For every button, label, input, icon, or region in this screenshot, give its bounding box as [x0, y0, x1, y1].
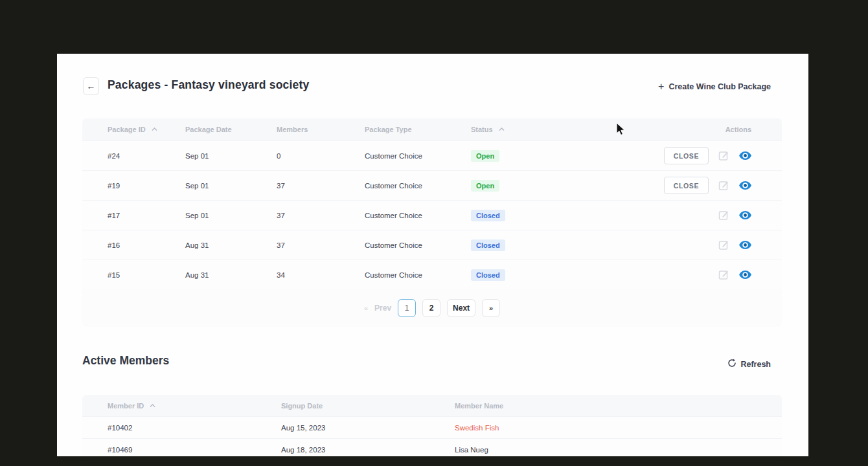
member-name: Swedish Fish — [455, 424, 782, 432]
pagination-last[interactable]: » — [482, 299, 500, 317]
packages-table-header: Package ID Package Date Members Package … — [82, 118, 782, 140]
close-package-button[interactable]: CLOSE — [664, 147, 709, 164]
member-row: #10469 Aug 18, 2023 Lisa Nueg — [82, 438, 782, 456]
member-id: #10469 — [82, 446, 281, 454]
package-row: #17 Sep 01 37 Customer Choice Closed — [82, 200, 782, 230]
create-button-label: Create Wine Club Package — [668, 82, 771, 91]
edit-square-icon[interactable] — [718, 210, 729, 221]
eye-icon[interactable] — [739, 211, 751, 219]
close-package-button[interactable]: CLOSE — [664, 177, 709, 194]
member-signup-date: Aug 18, 2023 — [281, 446, 455, 454]
refresh-label: Refresh — [740, 360, 771, 369]
package-date: Sep 01 — [185, 152, 277, 160]
pagination-first[interactable]: « — [364, 304, 368, 312]
eye-icon[interactable] — [739, 181, 751, 190]
status-badge: Closed — [471, 239, 505, 251]
package-id: #16 — [82, 241, 185, 249]
package-members: 0 — [277, 152, 365, 160]
eye-icon[interactable] — [739, 241, 751, 249]
package-members: 37 — [277, 182, 365, 190]
status-badge: Open — [471, 180, 499, 192]
column-header-member-id[interactable]: Member ID — [82, 402, 281, 410]
package-date: Sep 01 — [185, 212, 277, 219]
column-header-package-date: Package Date — [185, 126, 277, 133]
package-type: Customer Choice — [365, 271, 471, 279]
package-type: Customer Choice — [365, 182, 471, 190]
member-row: #10402 Aug 15, 2023 Swedish Fish — [82, 416, 782, 438]
column-header-members: Members — [277, 126, 365, 133]
package-members: 37 — [277, 241, 365, 249]
status-badge: Closed — [471, 210, 505, 221]
package-date: Sep 01 — [185, 182, 277, 190]
package-id: #24 — [82, 152, 185, 160]
edit-square-icon[interactable] — [718, 150, 729, 161]
refresh-button[interactable]: Refresh — [727, 359, 771, 370]
package-row: #19 Sep 01 37 Customer Choice Open CLOSE — [82, 170, 782, 200]
edit-square-icon[interactable] — [718, 239, 729, 250]
members-table: Member ID Signup Date Member Name #10402… — [82, 395, 782, 456]
package-row: #16 Aug 31 37 Customer Choice Closed — [82, 230, 782, 260]
page-title: Packages - Fantasy vineyard society — [108, 78, 309, 92]
refresh-icon — [727, 359, 737, 370]
caret-up-icon — [150, 404, 155, 408]
package-id: #19 — [82, 182, 185, 190]
pagination-page-2[interactable]: 2 — [422, 299, 440, 317]
column-header-package-type: Package Type — [365, 126, 471, 133]
package-date: Aug 31 — [185, 271, 277, 279]
plus-icon: + — [658, 83, 664, 91]
package-type: Customer Choice — [365, 212, 471, 219]
eye-icon[interactable] — [739, 271, 751, 279]
package-date: Aug 31 — [185, 241, 277, 249]
package-type: Customer Choice — [365, 241, 471, 249]
packages-table: Package ID Package Date Members Package … — [82, 118, 782, 327]
back-button[interactable]: ← — [83, 77, 99, 95]
package-members: 34 — [277, 271, 365, 279]
pagination: « Prev 1 2 Next » — [82, 289, 782, 327]
column-header-member-name: Member Name — [455, 402, 782, 410]
status-badge: Closed — [471, 269, 505, 281]
column-header-actions: Actions — [600, 126, 782, 133]
status-badge: Open — [471, 150, 499, 162]
column-header-signup-date: Signup Date — [281, 402, 455, 410]
member-id: #10402 — [82, 424, 281, 432]
pagination-prev[interactable]: Prev — [374, 304, 391, 313]
pagination-next[interactable]: Next — [447, 299, 475, 317]
edit-square-icon[interactable] — [718, 269, 729, 280]
package-id: #17 — [82, 212, 185, 219]
active-members-title: Active Members — [82, 354, 169, 368]
package-id: #15 — [82, 271, 185, 279]
edit-square-icon[interactable] — [718, 180, 729, 191]
member-name: Lisa Nueg — [455, 446, 782, 454]
pagination-page-1[interactable]: 1 — [398, 299, 416, 317]
eye-icon[interactable] — [739, 151, 751, 160]
create-wine-club-package-button[interactable]: + Create Wine Club Package — [658, 82, 771, 91]
package-type: Customer Choice — [365, 152, 471, 160]
members-table-header: Member ID Signup Date Member Name — [82, 395, 782, 416]
column-header-status[interactable]: Status — [471, 126, 600, 133]
package-row: #24 Sep 01 0 Customer Choice Open CLOSE — [82, 140, 782, 170]
member-signup-date: Aug 15, 2023 — [281, 424, 455, 432]
caret-up-icon — [499, 128, 505, 131]
package-row: #15 Aug 31 34 Customer Choice Closed — [82, 260, 782, 289]
column-header-package-id[interactable]: Package ID — [82, 126, 185, 133]
arrow-left-icon: ← — [87, 81, 96, 91]
caret-up-icon — [152, 128, 157, 131]
main-card: ← Packages - Fantasy vineyard society + … — [57, 54, 808, 456]
package-members: 37 — [277, 212, 365, 219]
